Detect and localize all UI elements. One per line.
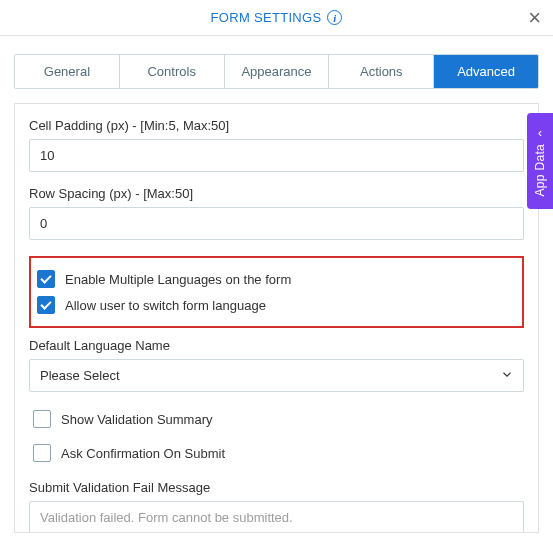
multi-lang-row: Enable Multiple Languages on the form [33,266,516,292]
row-spacing-input[interactable] [29,207,524,240]
default-lang-select-wrap: Please Select [29,359,524,392]
row-spacing-label: Row Spacing (px) - [Max:50] [29,186,524,201]
app-data-side-tab[interactable]: ‹ App Data [527,113,553,209]
language-highlight: Enable Multiple Languages on the form Al… [29,256,524,328]
dialog-header: FORM SETTINGS i × [0,0,553,36]
tab-controls[interactable]: Controls [120,55,225,88]
multi-lang-checkbox[interactable] [37,270,55,288]
default-lang-label: Default Language Name [29,338,524,353]
ask-confirm-row: Ask Confirmation On Submit [29,440,524,466]
cell-padding-input[interactable] [29,139,524,172]
tab-advanced[interactable]: Advanced [434,55,538,88]
ask-confirm-checkbox[interactable] [33,444,51,462]
tab-appearance[interactable]: Appearance [225,55,330,88]
show-validation-label: Show Validation Summary [61,412,213,427]
show-validation-checkbox[interactable] [33,410,51,428]
switch-lang-label: Allow user to switch form language [65,298,266,313]
side-tab-label: App Data [533,144,547,196]
switch-lang-checkbox[interactable] [37,296,55,314]
switch-lang-row: Allow user to switch form language [33,292,516,318]
header-title-wrap: FORM SETTINGS i [211,10,343,25]
multi-lang-label: Enable Multiple Languages on the form [65,272,291,287]
tab-actions[interactable]: Actions [329,55,434,88]
show-validation-row: Show Validation Summary [29,406,524,432]
close-icon[interactable]: × [528,7,541,29]
info-icon[interactable]: i [327,10,342,25]
dialog-title: FORM SETTINGS [211,10,322,25]
submit-fail-input[interactable] [29,501,524,533]
settings-panel: Cell Padding (px) - [Min:5, Max:50] Row … [14,103,539,533]
default-lang-select[interactable]: Please Select [29,359,524,392]
chevron-left-icon: ‹ [538,126,542,140]
dialog-body: General Controls Appearance Actions Adva… [0,36,553,537]
cell-padding-label: Cell Padding (px) - [Min:5, Max:50] [29,118,524,133]
submit-fail-label: Submit Validation Fail Message [29,480,524,495]
ask-confirm-label: Ask Confirmation On Submit [61,446,225,461]
tabs: General Controls Appearance Actions Adva… [14,54,539,89]
tab-general[interactable]: General [15,55,120,88]
